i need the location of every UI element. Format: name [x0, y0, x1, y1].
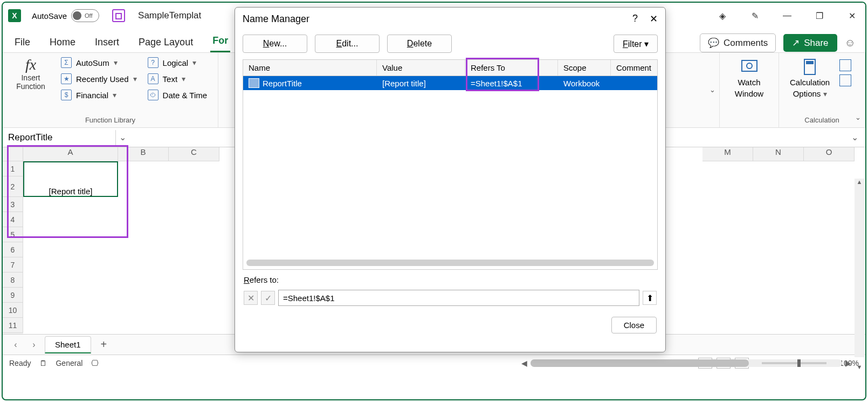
comments-button[interactable]: 💬 Comments — [700, 33, 776, 52]
hdr-scope[interactable]: Scope — [558, 60, 611, 76]
copilot-icon[interactable]: ◈ — [714, 8, 731, 24]
row-7[interactable]: 7 — [3, 257, 23, 272]
tab-home[interactable]: Home — [47, 33, 78, 52]
hscroll-left-icon[interactable]: ◀ — [521, 359, 527, 367]
row-3[interactable]: 3 — [3, 197, 23, 212]
filter-button[interactable]: Filter ▾Filter — [614, 35, 658, 53]
calc-sheet-icon[interactable] — [839, 74, 851, 86]
edit-button[interactable]: Edit...Edit... — [315, 35, 380, 53]
hdr-comment[interactable]: Comment — [611, 60, 657, 76]
text-button[interactable]: AText ▾ — [144, 72, 211, 85]
hdr-refers[interactable]: Refers To — [465, 60, 558, 76]
row-refers: =Sheet1!$A$1 — [465, 77, 558, 90]
autosave-toggle[interactable]: AutoSave Off — [32, 9, 99, 22]
scroll-up-icon[interactable]: ▲ — [855, 179, 864, 185]
sheet-nav-prev[interactable]: ‹ — [8, 340, 23, 350]
calc-options-l1: Calculation — [790, 78, 830, 87]
row-8[interactable]: 8 — [3, 272, 23, 288]
row-4[interactable]: 4 — [3, 212, 23, 227]
names-table-row[interactable]: ReportTitle [Report title] =Sheet1!$A$1 … — [243, 76, 657, 90]
hscroll-right-icon[interactable]: ▶ — [845, 359, 851, 367]
autosum-button[interactable]: ΣAutoSum ▾ — [58, 56, 140, 69]
col-B[interactable]: B — [118, 147, 169, 161]
question-icon: ? — [148, 57, 159, 68]
name-box-dropdown-icon[interactable]: ⌄ — [116, 132, 129, 142]
column-headers-right: M N O — [702, 147, 855, 161]
refers-to-input[interactable] — [278, 290, 639, 306]
row-2[interactable]: 2 — [3, 176, 23, 197]
inking-icon[interactable]: ✎ — [747, 8, 763, 24]
tab-insert[interactable]: Insert — [93, 33, 121, 52]
tab-formulas[interactable]: For — [210, 32, 230, 52]
status-general: General — [56, 359, 82, 367]
row-6[interactable]: 6 — [3, 242, 23, 257]
autosave-switch[interactable]: Off — [71, 9, 99, 22]
scroll-down-icon[interactable]: ▼ — [855, 364, 864, 370]
tab-file[interactable]: File — [12, 33, 32, 52]
tab-page-layout[interactable]: Page Layout — [136, 33, 195, 52]
logical-button[interactable]: ?Logical ▾ — [144, 56, 211, 69]
row-9[interactable]: 9 — [3, 288, 23, 303]
datetime-button[interactable]: ⏲Date & Time — [144, 88, 211, 101]
calc-now-icon[interactable] — [839, 59, 851, 71]
refers-accept-icon[interactable]: ✓ — [261, 291, 275, 305]
clock-icon: ⏲ — [148, 90, 159, 100]
text-label: Text — [163, 74, 178, 84]
name-manager-dialog: Name Manager ? ✕ NNew...ew... Edit...Edi… — [235, 7, 666, 352]
formula-bar-expand-icon[interactable]: ⌄ — [844, 132, 865, 142]
names-table-header: Name Value Refers To Scope Comment — [243, 60, 657, 76]
dialog-help-icon[interactable]: ? — [632, 13, 638, 25]
recently-used-button[interactable]: ★Recently Used ▾ — [58, 72, 140, 85]
sheet-tab-sheet1[interactable]: Sheet1 — [45, 336, 91, 353]
add-sheet-button[interactable]: + — [94, 338, 114, 351]
window-close[interactable]: ✕ — [844, 8, 860, 24]
sheet-nav-next[interactable]: › — [26, 340, 42, 350]
recently-used-label: Recently Used — [76, 74, 129, 84]
delete-button[interactable]: DeleteDelete — [387, 35, 452, 53]
share-button[interactable]: ↗ Share — [783, 34, 837, 52]
row-scope: Workbook — [558, 77, 611, 90]
autosum-label: AutoSum — [76, 58, 109, 67]
hscroll-thumb[interactable] — [531, 359, 749, 367]
sigma-icon: Σ — [61, 57, 72, 68]
vertical-scrollbar[interactable]: ▲ ▼ — [855, 179, 864, 357]
hdr-name[interactable]: Name — [243, 60, 377, 76]
refers-cancel-icon[interactable]: ✕ — [244, 291, 258, 305]
calculation-options-button[interactable]: Calculation Options ▾ — [784, 56, 835, 100]
select-all-cell[interactable] — [3, 147, 23, 161]
cell-A1-value: [Report title] — [49, 187, 93, 196]
datetime-label: Date & Time — [163, 91, 208, 100]
row-5[interactable]: 5 — [3, 227, 23, 242]
col-N[interactable]: N — [753, 147, 804, 161]
col-A[interactable]: A — [23, 147, 118, 161]
name-box[interactable]: ReportTitle — [3, 130, 116, 145]
window-minimize[interactable]: — — [779, 8, 795, 24]
display-settings-icon[interactable]: 🖵 — [91, 359, 99, 367]
col-O[interactable]: O — [804, 147, 855, 161]
financial-button[interactable]: $Financial ▾ — [58, 88, 140, 101]
cell-A1[interactable]: [Report title] — [23, 161, 118, 197]
autosave-state: Off — [85, 12, 92, 19]
range-picker-icon[interactable]: ⬆ — [643, 291, 657, 305]
save-icon[interactable] — [112, 9, 125, 22]
new-button[interactable]: NNew...ew... — [243, 35, 307, 53]
row-11[interactable]: 11 — [3, 318, 23, 333]
hdr-value[interactable]: Value — [377, 60, 465, 76]
dialog-titlebar[interactable]: Name Manager ? ✕ — [235, 8, 665, 30]
feedback-icon[interactable]: ☺ — [845, 37, 856, 49]
window-maximize[interactable]: ❐ — [811, 8, 828, 24]
watch-window-button[interactable]: Watch Window — [725, 56, 773, 100]
ribbon-collapse-toggle[interactable]: ⌄ — [705, 83, 719, 97]
accessibility-icon[interactable]: 🗒 — [39, 359, 47, 367]
zoom-slider[interactable] — [762, 362, 826, 364]
row-10[interactable]: 10 — [3, 303, 23, 318]
col-C[interactable]: C — [169, 147, 219, 161]
names-table-hscroll[interactable] — [246, 260, 654, 266]
row-1[interactable]: 1 — [3, 161, 23, 176]
share-icon: ↗ — [792, 37, 800, 49]
close-button[interactable]: Close — [611, 317, 657, 333]
col-M[interactable]: M — [702, 147, 753, 161]
ribbon-expand-chevron[interactable]: ⌄ — [851, 110, 865, 124]
watch-window-icon — [741, 58, 758, 76]
dialog-close-icon[interactable]: ✕ — [650, 13, 658, 25]
